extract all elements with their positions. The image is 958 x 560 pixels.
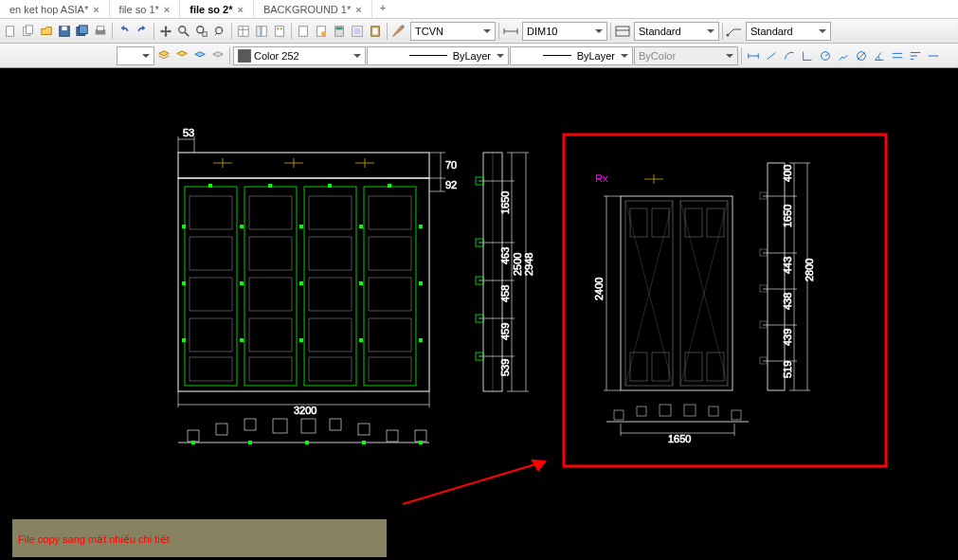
svg-rect-60 (190, 237, 232, 270)
text-style-icon[interactable] (390, 24, 409, 39)
dim-ordinate-icon[interactable] (799, 47, 816, 64)
svg-rect-19 (276, 26, 284, 36)
svg-rect-96 (419, 281, 423, 285)
markup-icon[interactable] (313, 23, 330, 40)
dim-continue-icon[interactable] (925, 47, 942, 64)
tab-doc-3[interactable]: BACKGROUND 1*× (254, 0, 372, 18)
svg-rect-0 (7, 26, 14, 36)
svg-text:1650: 1650 (499, 191, 511, 214)
layer-icon[interactable] (155, 47, 172, 64)
dim-linear-icon[interactable] (745, 47, 762, 64)
save-icon[interactable] (56, 23, 73, 40)
svg-text:519: 519 (782, 361, 793, 378)
table-style-icon[interactable] (614, 24, 633, 39)
svg-text:2500: 2500 (512, 253, 523, 276)
dim-style-icon[interactable] (502, 24, 521, 39)
new-sheet-icon[interactable] (20, 23, 37, 40)
dim-diameter-icon[interactable] (853, 47, 870, 64)
svg-rect-34 (616, 27, 629, 36)
svg-text:438: 438 (782, 293, 793, 310)
color-dropdown[interactable]: Color 252 (233, 46, 366, 65)
layer-match-icon[interactable] (209, 47, 226, 64)
separator (291, 23, 292, 40)
svg-rect-156 (191, 441, 195, 444)
dim-radius-icon[interactable] (817, 47, 834, 64)
dim-baseline-icon[interactable] (907, 47, 924, 64)
print-icon[interactable] (92, 23, 109, 40)
svg-text:Rx: Rx (595, 172, 608, 184)
table-style-dropdown[interactable]: Standard (634, 22, 719, 41)
svg-text:439: 439 (782, 329, 793, 346)
layer-filter-dropdown[interactable] (117, 46, 154, 65)
mleader-style-value: Standard (750, 26, 793, 37)
plotstyle-dropdown[interactable]: ByColor (634, 46, 738, 65)
svg-rect-6 (80, 25, 88, 33)
undo-icon[interactable] (116, 23, 133, 40)
pan-icon[interactable] (157, 23, 174, 40)
svg-rect-183 (768, 163, 785, 390)
layer-state-icon[interactable] (191, 47, 208, 64)
svg-line-44 (859, 52, 865, 59)
dim-arc-icon[interactable] (781, 47, 798, 64)
svg-rect-161 (621, 196, 732, 390)
dim-style-dropdown[interactable]: DIM10 (522, 22, 607, 41)
block-icon[interactable] (349, 23, 366, 40)
text-style-dropdown[interactable]: TCVN (410, 22, 496, 41)
svg-rect-78 (369, 357, 411, 381)
lineweight-preview (543, 55, 571, 56)
properties-icon[interactable] (235, 23, 252, 40)
close-icon[interactable]: × (93, 4, 99, 15)
svg-line-221 (403, 461, 545, 504)
svg-rect-214 (684, 405, 696, 416)
zoom-window-icon[interactable] (193, 23, 210, 40)
sheet-icon[interactable] (295, 23, 312, 40)
linetype-preview (409, 55, 447, 56)
tab-doc-2[interactable]: file so 2*× (180, 0, 254, 18)
svg-rect-61 (190, 278, 232, 311)
dim-quick-icon[interactable] (889, 47, 906, 64)
mleader-style-dropdown[interactable]: Standard (746, 22, 831, 41)
dim-jogged-icon[interactable] (835, 47, 852, 64)
close-icon[interactable]: × (355, 4, 361, 15)
tab-label: file so 2* (190, 4, 232, 15)
dim-aligned-icon[interactable] (763, 47, 780, 64)
tab-add-button[interactable]: + (372, 0, 393, 18)
lineweight-dropdown[interactable]: ByLayer (510, 46, 633, 65)
svg-rect-159 (362, 441, 366, 444)
saveall-icon[interactable] (74, 23, 91, 40)
svg-rect-22 (299, 26, 308, 36)
linetype-dropdown[interactable]: ByLayer (367, 46, 509, 65)
drawing-canvas[interactable]: 53 70 92 3200 (0, 68, 958, 560)
svg-line-40 (768, 52, 776, 59)
new-icon[interactable] (2, 23, 19, 40)
svg-rect-18 (262, 26, 266, 36)
svg-rect-215 (709, 406, 718, 416)
paste-icon[interactable] (367, 23, 384, 40)
open-icon[interactable] (38, 23, 55, 40)
linetype-value: ByLayer (453, 50, 491, 62)
tool-palette-icon[interactable] (271, 23, 288, 40)
svg-rect-2 (26, 25, 32, 33)
text-style-value: TCVN (415, 26, 443, 37)
svg-marker-222 (533, 461, 545, 470)
redo-icon[interactable] (134, 23, 151, 40)
svg-rect-77 (369, 318, 411, 352)
svg-rect-151 (301, 419, 316, 433)
close-icon[interactable]: × (238, 4, 244, 15)
mleader-style-icon[interactable] (726, 24, 745, 39)
layer-prev-icon[interactable] (173, 47, 190, 64)
zoom-realtime-icon[interactable] (175, 23, 192, 40)
svg-rect-72 (309, 318, 352, 352)
svg-text:459: 459 (499, 323, 511, 340)
svg-line-10 (185, 31, 189, 35)
close-icon[interactable]: × (164, 4, 170, 15)
svg-rect-190 (760, 249, 767, 256)
zoom-prev-icon[interactable] (211, 23, 228, 40)
svg-rect-28 (354, 27, 361, 34)
right-drawing: Rx 2400 400 (593, 163, 815, 444)
design-center-icon[interactable] (253, 23, 270, 40)
calc-icon[interactable] (331, 23, 348, 40)
tab-doc-0[interactable]: en ket hop ASIA*× (0, 0, 110, 18)
tab-doc-1[interactable]: file so 1*× (110, 0, 181, 18)
dim-angular-icon[interactable] (871, 47, 888, 64)
